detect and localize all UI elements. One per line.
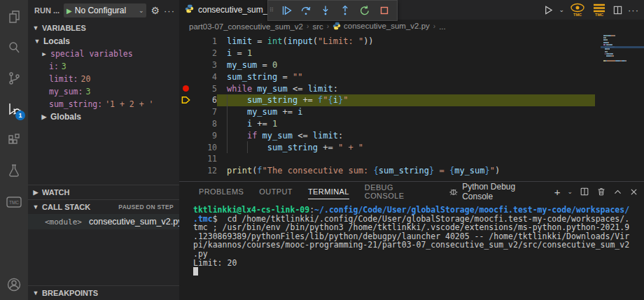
variable-row[interactable]: ▼Locals xyxy=(28,35,179,48)
sidebar-title: RUN ... xyxy=(34,6,59,15)
breakpoints-section-header[interactable]: ▼ BREAKPOINTS xyxy=(28,285,179,300)
debug-console-icon xyxy=(449,187,458,197)
variable-row[interactable]: ▶special variables xyxy=(28,48,179,60)
line-number: 7 xyxy=(192,107,217,117)
run-and-debug-icon[interactable]: 1 xyxy=(0,97,28,122)
code-line[interactable]: 6 sum_string += f"{i}" xyxy=(179,94,644,106)
step-over-button[interactable] xyxy=(298,2,314,19)
testing-icon[interactable] xyxy=(0,158,28,183)
debug-toolbar: ⠿ xyxy=(267,0,398,21)
breadcrumb: part03-07_consecutive_sum_v2›src›consecu… xyxy=(179,20,644,33)
line-number: 9 xyxy=(192,131,217,141)
new-terminal-button[interactable]: + xyxy=(554,186,561,198)
code-line[interactable]: 7 my_sum += i xyxy=(179,106,644,118)
gear-icon[interactable]: ⚙ xyxy=(150,5,160,16)
line-number: 1 xyxy=(192,36,217,46)
terminal[interactable]: tktlinkki@lx4-cs-link-09:~/.config/Code/… xyxy=(179,201,644,300)
variable-row[interactable]: ▶Globals xyxy=(28,110,179,123)
tmc-list-button[interactable]: TMC xyxy=(591,3,608,17)
variable-row[interactable]: i: 3 xyxy=(28,60,179,73)
explorer-icon[interactable] xyxy=(0,4,28,29)
line-number: 2 xyxy=(192,48,217,58)
panel-tab-output[interactable]: OUTPUT xyxy=(259,182,293,201)
variables-section-header[interactable]: ▼ VARIABLES xyxy=(28,21,179,35)
variable-row[interactable]: my_sum: 3 xyxy=(28,85,179,98)
tmc-icon[interactable]: TMC xyxy=(0,190,28,215)
breadcrumb-item[interactable]: part03-07_consecutive_sum_v2 xyxy=(189,22,303,31)
line-number: 8 xyxy=(192,119,217,129)
split-terminal-button[interactable] xyxy=(580,187,589,197)
breakpoints-title: BREAKPOINTS xyxy=(42,289,98,297)
code-line[interactable]: 3my_sum = 0 xyxy=(179,59,644,71)
panel-header: PROBLEMSOUTPUTTERMINALDEBUG CONSOLE Pyth… xyxy=(179,182,644,201)
line-content: sum_string = "" xyxy=(227,72,302,82)
variables-title: VARIABLES xyxy=(42,24,86,32)
run-dropdown-chevron-icon[interactable]: ⌄ xyxy=(559,6,564,13)
breadcrumb-item[interactable]: consecutive_sum_v2.py xyxy=(332,22,430,31)
panel-tab-debug-console[interactable]: DEBUG CONSOLE xyxy=(365,182,434,201)
sidebar-spacer xyxy=(28,123,179,185)
tmc-eye-button[interactable]: TMC xyxy=(569,3,586,17)
close-panel-button[interactable] xyxy=(629,187,638,197)
restart-button[interactable] xyxy=(356,2,373,19)
terminal-instance-select[interactable]: Python Debug Console xyxy=(449,182,547,201)
terminal-row: Limit: 20 xyxy=(193,259,644,268)
line-number: 6 xyxy=(192,95,217,105)
breadcrumb-item[interactable]: ... xyxy=(439,22,446,31)
line-content: sum_string += f"{i}" xyxy=(227,95,348,105)
code-editor[interactable]: 1limit = int(input("Limit: "))2i = 13my_… xyxy=(179,33,644,181)
split-editor-button[interactable] xyxy=(612,5,623,15)
python-file-icon xyxy=(332,22,341,31)
call-stack-title: CALL STACK xyxy=(42,203,90,211)
extensions-icon[interactable] xyxy=(0,127,28,152)
terminal-dropdown-chevron-icon[interactable]: ⌄ xyxy=(567,188,573,195)
bottom-panel: PROBLEMSOUTPUTTERMINALDEBUG CONSOLE Pyth… xyxy=(179,181,644,300)
code-line[interactable]: 11 xyxy=(179,153,644,165)
code-line[interactable]: 12print(f"The consecutive sum: {sum_stri… xyxy=(179,165,644,177)
panel-tab-terminal[interactable]: TERMINAL xyxy=(308,182,349,201)
code-line[interactable]: 10 sum_string += " + " xyxy=(179,141,644,153)
line-content: limit = int(input("Limit: ")) xyxy=(227,36,374,46)
line-content: while my_sum <= limit: xyxy=(227,84,338,94)
variable-row[interactable]: sum_string: '1 + 2 + ' xyxy=(28,98,179,110)
breakpoint-icon[interactable] xyxy=(183,85,189,92)
line-number: 5 xyxy=(192,84,217,94)
tab-consecutive-sum[interactable]: consecutive_sum_ xyxy=(179,0,273,20)
current-line-arrow-icon xyxy=(181,96,190,104)
call-stack-frame[interactable]: <module> consecutive_sum_v2.py xyxy=(28,214,179,229)
minimap[interactable] xyxy=(601,34,644,76)
panel-actions: Python Debug Console + ⌄ xyxy=(449,182,638,201)
code-line[interactable]: 1limit = int(input("Limit: ")) xyxy=(179,36,644,48)
variable-value: 3 xyxy=(62,62,66,71)
watch-section-header[interactable]: ▶ WATCH xyxy=(28,185,179,199)
code-line[interactable]: 8 i += 1 xyxy=(179,118,644,130)
code-line[interactable]: 5while my_sum <= limit: xyxy=(179,83,644,94)
step-into-button[interactable] xyxy=(317,2,334,19)
stop-button[interactable] xyxy=(376,2,393,19)
continue-button[interactable] xyxy=(278,2,295,19)
maximize-panel-button[interactable] xyxy=(613,187,622,197)
code-line[interactable]: 2i = 1 xyxy=(179,48,644,59)
source-control-icon[interactable] xyxy=(0,66,28,91)
code-line[interactable]: 9 if my_sum <= limit: xyxy=(179,129,644,141)
line-content: print(f"The consecutive sum: {sum_string… xyxy=(227,166,500,176)
variable-value: 20 xyxy=(81,74,91,84)
frame-file: consecutive_sum_v2.py xyxy=(89,217,179,227)
vscode-window: 1 TMC RUN ... ▶ No Configural ⌄ ⚙ ··· ▼ xyxy=(0,0,644,300)
search-icon[interactable] xyxy=(0,35,28,60)
code-line[interactable]: 4sum_string = "" xyxy=(179,71,644,83)
chevron-down-icon: ▼ xyxy=(32,290,39,297)
kill-terminal-button[interactable] xyxy=(596,187,606,197)
panel-tab-problems[interactable]: PROBLEMS xyxy=(199,182,244,201)
call-stack-section-header[interactable]: ▼ CALL STACK PAUSED ON STEP xyxy=(28,199,179,214)
variable-row[interactable]: limit: 20 xyxy=(28,73,179,85)
drag-handle[interactable]: ⠿ xyxy=(270,9,275,12)
more-actions-icon[interactable]: ··· xyxy=(164,6,175,16)
indent-guide xyxy=(247,141,248,153)
step-out-button[interactable] xyxy=(337,2,354,19)
breadcrumb-item[interactable]: src xyxy=(312,22,323,31)
more-actions-icon[interactable]: ··· xyxy=(628,5,639,15)
account-icon[interactable] xyxy=(0,272,28,297)
launch-config-dropdown[interactable]: ▶ No Configural ⌄ xyxy=(64,3,146,17)
run-python-file-button[interactable] xyxy=(543,5,554,15)
